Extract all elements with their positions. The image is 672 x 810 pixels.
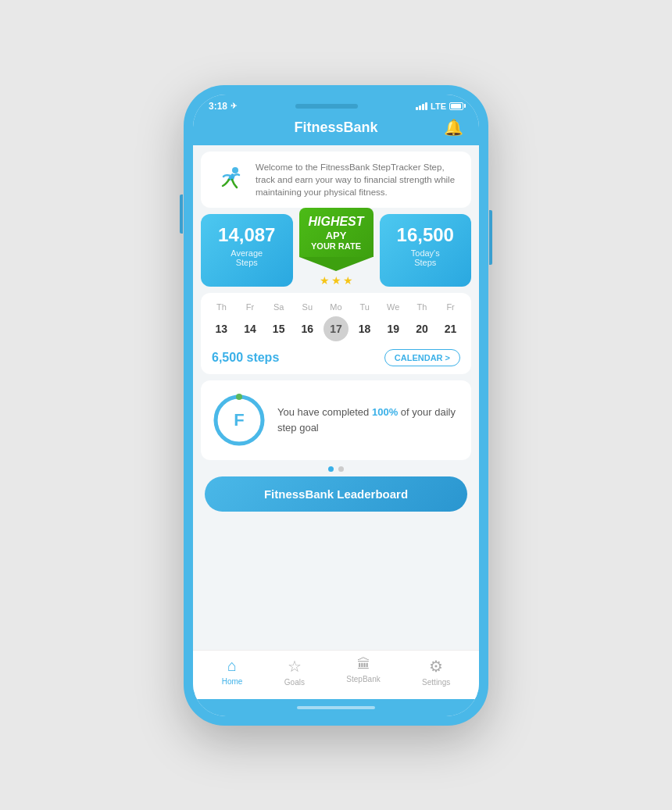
steps-count: 6,500 steps [212,351,279,365]
day-th1: Th [209,302,234,312]
phone-screen: 3:18 ✈ LTE FitnessBank 🔔 [193,95,479,716]
date-21[interactable]: 21 [438,316,463,341]
day-sa: Sa [266,302,291,312]
svg-text:F: F [234,410,244,430]
badge-apy-label: APY [306,230,367,241]
avg-steps-card: 14,087 AverageSteps [201,214,293,287]
dot-2 [338,466,344,472]
leaderboard-button[interactable]: FitnessBank Leaderboard [205,476,467,512]
bar2 [419,105,421,110]
avg-steps-number: 14,087 [209,225,285,245]
app-title: FitnessBank [294,120,377,136]
status-right: LTE [416,102,463,111]
badge-highest-label: HIGHEST [306,216,367,228]
date-17[interactable]: 17 [323,316,349,341]
svg-point-0 [232,167,238,173]
top-nav: FitnessBank 🔔 [193,115,479,145]
star-3: ★ [343,274,353,287]
nav-settings[interactable]: ⚙ Settings [422,657,450,687]
bottom-nav: ⌂ Home ☆ Goals 🏛 StepBank ⚙ Settings [193,650,479,699]
power-button [489,210,492,265]
bar3 [422,104,424,110]
battery-fill [451,104,461,109]
date-19[interactable]: 19 [381,316,406,341]
stepbank-icon: 🏛 [357,657,370,673]
location-icon: ✈ [231,102,237,110]
calendar-day-labels: Th Fr Sa Su Mo Tu We Th Fr [207,302,465,312]
volume-button [180,194,183,234]
calendar-footer: 6,500 steps CALENDAR > [207,349,465,366]
today-steps-card: 16,500 Today'sSteps [380,214,472,287]
day-su: Su [295,302,320,312]
today-steps-number: 16,500 [388,225,464,245]
badge-shape: HIGHEST APY YOUR RATE [299,208,374,257]
nav-goals-label: Goals [284,678,305,687]
settings-icon: ⚙ [429,657,443,676]
badge-stars: ★ ★ ★ [320,274,353,287]
date-15[interactable]: 15 [266,316,291,341]
nav-settings-label: Settings [422,678,450,687]
bar4 [425,102,427,110]
apy-badge: HIGHEST APY YOUR RATE ★ ★ ★ [299,208,374,287]
progress-percentage: 100% [372,406,398,418]
day-fr2: Fr [438,302,463,312]
today-steps-label: Today'sSteps [388,248,464,267]
date-20[interactable]: 20 [409,316,434,341]
main-content: Welcome to the FitnessBank StepTracker S… [193,145,479,650]
status-bar: 3:18 ✈ LTE [193,95,479,115]
signal-bars [416,102,427,110]
calendar-dates: 13 14 15 16 17 18 19 20 21 [207,316,465,341]
nav-home[interactable]: ⌂ Home [222,657,243,687]
calendar-section: Th Fr Sa Su Mo Tu We Th Fr 13 14 15 16 1… [201,293,471,374]
goals-icon: ☆ [288,657,302,676]
dot-1 [328,466,334,472]
bar1 [416,107,418,110]
badge-your-rate-label: YOUR RATE [306,241,367,251]
welcome-card: Welcome to the FitnessBank StepTracker S… [201,152,471,208]
star-1: ★ [320,274,330,287]
date-16[interactable]: 16 [295,316,320,341]
nav-stepbank-label: StepBank [346,675,380,683]
time-display: 3:18 [209,101,227,112]
progress-text: You have completed 100% of your daily st… [277,405,460,435]
progress-text1: You have completed [277,406,372,418]
nav-home-label: Home [222,677,243,686]
day-th2: Th [409,302,434,312]
home-icon: ⌂ [227,657,237,675]
avg-steps-label: AverageSteps [209,248,285,267]
phone-frame: 3:18 ✈ LTE FitnessBank 🔔 [184,85,488,726]
progress-circle: F [212,393,266,448]
nav-goals[interactable]: ☆ Goals [284,657,305,687]
stats-row: 14,087 AverageSteps HIGHEST APY YOUR RAT… [201,214,471,287]
camera-pill [295,104,358,109]
calendar-button[interactable]: CALENDAR > [384,349,460,366]
day-mo: Mo [323,302,349,312]
battery-icon [449,102,463,110]
status-left: 3:18 ✈ [209,101,237,112]
date-18[interactable]: 18 [352,316,377,341]
nav-stepbank[interactable]: 🏛 StepBank [346,657,380,687]
star-2: ★ [331,274,341,287]
day-tu: Tu [352,302,377,312]
svg-point-3 [236,394,242,400]
date-13[interactable]: 13 [209,316,234,341]
day-fr1: Fr [238,302,263,312]
date-14[interactable]: 14 [238,316,263,341]
notification-bell-icon[interactable]: 🔔 [444,118,463,137]
page-dots [193,466,479,472]
runner-icon [212,162,246,197]
welcome-text: Welcome to the FitnessBank StepTracker S… [256,161,460,198]
day-we: We [381,302,406,312]
progress-card: F You have completed 100% of your daily … [201,380,471,460]
home-indicator [193,699,479,716]
home-bar [297,706,375,709]
lte-label: LTE [431,102,446,111]
